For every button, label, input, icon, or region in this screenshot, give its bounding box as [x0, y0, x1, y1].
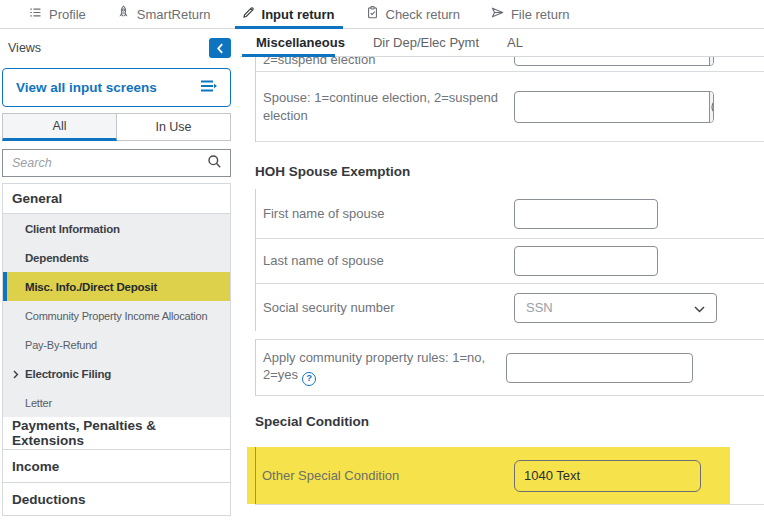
item-label: Dependents — [25, 252, 89, 264]
field-label: Last name of spouse — [263, 252, 505, 269]
sidebar-search-box — [2, 149, 231, 177]
field-label: Other Special Condition — [262, 467, 504, 484]
rocket-icon — [116, 5, 131, 23]
help-icon[interactable]: ? — [302, 372, 316, 386]
sidebar-section-payments-penalties-extensions[interactable]: Payments, Penalties & Extensions — [3, 417, 230, 450]
nav-item-input-return[interactable]: Input return — [241, 0, 335, 28]
nav-item-check-return[interactable]: Check return — [365, 0, 460, 28]
item-label: Electronic Filing — [25, 368, 111, 380]
nav-item-label: Check return — [386, 7, 460, 22]
section-heading-hoh-spouse-exemption: HOH Spouse Exemption — [255, 142, 764, 189]
item-label: Letter — [25, 397, 52, 409]
field-label: Apply community property rules: 1=no, 2=… — [263, 349, 505, 385]
top-navigation: Profile SmartReturn Input return Check r… — [0, 0, 764, 29]
sidebar-section-general[interactable]: General — [3, 184, 230, 214]
ssn-select-placeholder: SSN — [526, 300, 553, 315]
section-label: Payments, Penalties & Extensions — [12, 418, 230, 448]
tab-label: Miscellaneous — [256, 35, 345, 50]
community-property-rules-input[interactable] — [506, 353, 693, 383]
form-row-social-security-number: Social security number SSN — [256, 284, 764, 331]
suspend-election-input[interactable] — [515, 57, 709, 65]
form-row-taxpayer-suspend-election: 2=suspend election — [256, 57, 764, 72]
filter-tab-in-use[interactable]: In Use — [117, 113, 231, 141]
section-label: Income — [12, 459, 59, 474]
sidebar-section-income[interactable]: Income — [3, 450, 230, 483]
chevron-right-icon — [13, 369, 19, 381]
filter-tab-all[interactable]: All — [2, 113, 117, 141]
views-panel-title: Views — [8, 41, 41, 55]
sidebar-item-pay-by-refund[interactable]: Pay-By-Refund — [3, 330, 230, 359]
nav-item-label: Input return — [262, 7, 335, 22]
search-input[interactable] — [12, 156, 207, 170]
sidebar-item-community-property-income-allocation[interactable]: Community Property Income Allocation — [3, 301, 230, 330]
sidebar-views-panel: Views View all input screens All In Use … — [0, 29, 233, 525]
form-row-other-special-condition-highlighted: Other Special Condition — [247, 447, 730, 504]
section-heading-special-condition: Special Condition — [255, 396, 764, 447]
item-label: Client Information — [25, 223, 120, 235]
screen-tabbar: Miscellaneous Dir Dep/Elec Pymt AL — [240, 29, 764, 57]
row-divider — [255, 504, 764, 505]
form-row-spouse-election: Spouse: 1=continue election, 2=suspend e… — [256, 72, 764, 142]
input-screens-list: General Client Information Dependents Mi… — [2, 183, 231, 516]
sidebar-item-client-information[interactable]: Client Information — [3, 214, 230, 243]
view-all-input-screens-button[interactable]: View all input screens — [2, 68, 231, 107]
first-name-of-spouse-input[interactable] — [514, 199, 658, 229]
nav-item-smartreturn[interactable]: SmartReturn — [116, 0, 211, 28]
sidebar-item-letter[interactable]: Letter — [3, 388, 230, 417]
spouse-election-input-group — [514, 91, 714, 123]
nav-item-label: Profile — [49, 7, 86, 22]
form-row-first-name-of-spouse: First name of spouse — [256, 189, 764, 239]
tab-label: Dir Dep/Elec Pymt — [373, 35, 479, 50]
field-label: Spouse: 1=continue election, 2=suspend e… — [263, 89, 505, 123]
item-label: Pay-By-Refund — [25, 339, 97, 351]
field-label-line1: Apply community property rules: 1=no, — [263, 350, 485, 365]
clipboard-check-icon — [365, 5, 380, 23]
section-label: Deductions — [12, 492, 86, 507]
tab-dir-dep-elec-pymt[interactable]: Dir Dep/Elec Pymt — [359, 29, 493, 56]
form-row-last-name-of-spouse: Last name of spouse — [256, 239, 764, 284]
nav-item-profile[interactable]: Profile — [28, 0, 86, 28]
suspend-election-input-group — [514, 57, 714, 66]
sidebar-item-misc-info-direct-deposit[interactable]: Misc. Info./Direct Deposit — [3, 272, 230, 301]
filter-tab-in-use-label: In Use — [155, 120, 191, 134]
chevron-left-icon — [216, 43, 225, 54]
list-arrow-icon — [200, 79, 218, 97]
sidebar-section-deductions[interactable]: Deductions — [3, 483, 230, 516]
sidebar-item-electronic-filing[interactable]: Electronic Filing — [3, 359, 230, 388]
nav-item-label: File return — [511, 7, 570, 22]
search-icon — [207, 154, 222, 173]
nav-item-label: SmartReturn — [137, 7, 211, 22]
plus-circle-icon[interactable] — [709, 57, 714, 65]
field-label: Social security number — [263, 299, 505, 316]
tab-label: AL — [507, 35, 523, 50]
sidebar-collapse-button[interactable] — [209, 38, 231, 58]
field-label: First name of spouse — [263, 205, 505, 222]
last-name-of-spouse-input[interactable] — [514, 246, 658, 276]
other-special-condition-input[interactable] — [514, 460, 701, 492]
field-label: 2=suspend election — [263, 57, 505, 68]
form-row-community-property-rules: Apply community property rules: 1=no, 2=… — [256, 340, 764, 395]
tab-miscellaneous[interactable]: Miscellaneous — [242, 29, 359, 56]
spouse-election-input[interactable] — [515, 92, 709, 122]
ssn-select[interactable]: SSN — [514, 293, 717, 323]
section-label: General — [12, 191, 62, 206]
form-scroll-area[interactable]: 2=suspend election Spouse: 1=continue el… — [240, 57, 764, 525]
input-return-content: Miscellaneous Dir Dep/Elec Pymt AL 2=sus… — [240, 29, 764, 525]
item-label: Misc. Info./Direct Deposit — [25, 281, 157, 293]
sidebar-filter-tabs: All In Use — [2, 113, 231, 141]
field-label-line2: 2=yes — [263, 367, 298, 382]
sidebar-item-dependents[interactable]: Dependents — [3, 243, 230, 272]
paper-plane-icon — [490, 5, 505, 23]
plus-circle-icon[interactable] — [709, 92, 714, 122]
view-all-button-label: View all input screens — [16, 80, 157, 95]
filter-tab-all-label: All — [53, 119, 67, 133]
nav-item-file-return[interactable]: File return — [490, 0, 570, 28]
pencil-icon — [241, 5, 256, 23]
chevron-down-icon — [694, 299, 705, 317]
tab-al[interactable]: AL — [493, 29, 537, 56]
item-label: Community Property Income Allocation — [25, 310, 207, 322]
list-icon — [28, 5, 43, 23]
